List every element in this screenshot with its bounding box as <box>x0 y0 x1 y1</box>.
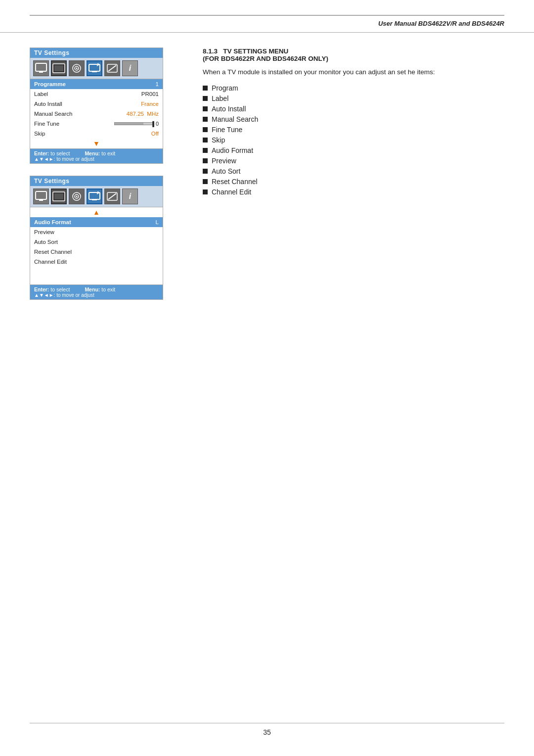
item-label: Preview <box>212 157 236 165</box>
programme-value: 1 <box>156 81 159 87</box>
audio-format-value: L <box>156 219 159 225</box>
bullet-icon <box>203 117 208 122</box>
auto-sort-row: Auto Sort <box>30 237 163 247</box>
channel-edit-label: Channel Edit <box>34 259 67 265</box>
tv-menu-box-2: TV Settings <box>30 176 163 300</box>
item-label: Label <box>212 94 228 102</box>
fine-tune-label: Fine Tune <box>34 121 59 127</box>
items-list: Program Label Auto Install Manual Search… <box>203 84 504 196</box>
reset-channel-row: Reset Channel <box>30 247 163 257</box>
list-item: Preview <box>203 157 504 165</box>
bullet-icon <box>203 96 208 101</box>
list-item: Channel Edit <box>203 188 504 196</box>
item-label: Program <box>212 84 238 92</box>
footer-enter-label: Enter: to select <box>34 150 70 156</box>
skip-icon-2[interactable] <box>104 189 120 204</box>
list-item: Label <box>203 94 504 102</box>
bullet-icon <box>203 106 208 111</box>
programme-row: Programme 1 <box>30 79 163 89</box>
section-heading: 8.1.3 TV SETTINGS MENU (FOR BDS4622R AND… <box>203 47 504 62</box>
sound-icon[interactable] <box>69 60 85 76</box>
tv-menu-footer-1: Enter: to select Menu: to exit ▲▼◄►: to … <box>30 149 163 163</box>
section-subtitle: (FOR BDS4622R AND BDS4624R ONLY) <box>203 55 328 62</box>
info-icon-2[interactable]: i <box>122 189 138 204</box>
list-item: Reset Channel <box>203 178 504 186</box>
svg-rect-15 <box>36 191 46 199</box>
list-item: Skip <box>203 136 504 144</box>
bullet-icon <box>203 158 208 163</box>
tv-menu-footer-2: Enter: to select Menu: to exit ▲▼◄►: to … <box>30 285 163 299</box>
footer-nav-1: ▲▼◄►: to move or adjust <box>34 156 159 162</box>
left-column: TV Settings <box>30 47 183 300</box>
svg-line-13 <box>108 65 116 71</box>
tv-active-icon-2[interactable] <box>87 189 102 204</box>
footer-menu-label-2: Menu: to exit <box>85 286 115 292</box>
preview-row: Preview <box>30 227 163 237</box>
manual-search-label: Manual Search <box>34 111 72 117</box>
skip-value: Off <box>151 131 159 137</box>
fine-tune-value: ▐ 0 <box>114 121 159 127</box>
list-item: Fine Tune <box>203 126 504 134</box>
tv-menu-items-2: Audio Format L Preview Auto Sort Reset C… <box>30 217 163 284</box>
picture-icon[interactable] <box>51 60 67 76</box>
page-header: User Manual BDS4622V/R and BDS4624R <box>0 16 534 33</box>
skip-icon[interactable] <box>104 60 120 76</box>
item-label: Audio Format <box>212 146 253 154</box>
tv-active-icon[interactable] <box>87 60 102 76</box>
footer-nav-2: ▲▼◄►: to move or adjust <box>34 292 159 298</box>
tv-menu-box-1: TV Settings <box>30 47 163 164</box>
footer-line1-2: Enter: to select Menu: to exit <box>34 286 159 292</box>
manual-search-value: 487.25 MHz <box>127 111 159 117</box>
item-label: Skip <box>212 136 225 144</box>
skip-row: Skip Off <box>30 129 163 139</box>
auto-sort-label: Auto Sort <box>34 239 58 245</box>
svg-point-22 <box>76 196 78 197</box>
monitor-icon-2[interactable] <box>33 189 49 204</box>
bullet-icon <box>203 148 208 153</box>
sound-icon-2[interactable] <box>69 189 85 204</box>
monitor-icon[interactable] <box>33 60 49 76</box>
bullet-icon <box>203 127 208 132</box>
svg-rect-1 <box>39 72 43 73</box>
info-icon[interactable]: i <box>122 60 138 76</box>
skip-label: Skip <box>34 131 45 137</box>
svg-rect-16 <box>39 200 43 201</box>
tv-menu-icons-2: i <box>30 186 163 207</box>
header-title: User Manual BDS4622V/R and BDS4624R <box>378 20 504 27</box>
tv-menu-title-1: TV Settings <box>30 48 163 58</box>
tv-menu-icons-1: i <box>30 58 163 79</box>
bullet-icon <box>203 179 208 184</box>
label-label: Label <box>34 91 48 97</box>
footer-enter-label-2: Enter: to select <box>34 286 70 292</box>
svg-point-7 <box>76 68 78 69</box>
footer-line1: Enter: to select Menu: to exit <box>34 150 159 156</box>
svg-rect-19 <box>54 193 63 199</box>
label-value: PR001 <box>141 91 159 97</box>
auto-install-row: Auto Install France <box>30 99 163 109</box>
programme-label: Programme <box>34 81 66 87</box>
bullet-icon <box>203 189 208 194</box>
scroll-up-arrow: ▲ <box>30 207 163 217</box>
svg-rect-0 <box>36 63 46 71</box>
footer-rule <box>30 723 504 723</box>
item-label: Auto Sort <box>212 167 240 175</box>
tv-menu-title-2: TV Settings <box>30 176 163 186</box>
bullet-icon <box>203 138 208 142</box>
section-description: When a TV module is installed on your mo… <box>203 67 504 77</box>
bullet-icon <box>203 169 208 174</box>
right-column: 8.1.3 TV SETTINGS MENU (FOR BDS4622R AND… <box>198 47 504 300</box>
svg-line-28 <box>108 193 116 199</box>
item-label: Manual Search <box>212 115 258 123</box>
list-item: Auto Install <box>203 105 504 113</box>
audio-format-label: Audio Format <box>34 219 71 225</box>
reset-channel-label: Reset Channel <box>34 249 72 255</box>
picture-icon-2[interactable] <box>51 189 67 204</box>
footer-menu-label: Menu: to exit <box>85 150 115 156</box>
section-title: TV SETTINGS MENU <box>223 47 288 55</box>
fine-tune-row: Fine Tune ▐ 0 <box>30 119 163 129</box>
section-number: 8.1.3 <box>203 47 218 55</box>
scroll-down-arrow: ▼ <box>30 139 163 148</box>
spacer-row-2 <box>30 279 163 284</box>
list-item: Audio Format <box>203 146 504 154</box>
label-row: Label PR001 <box>30 89 163 99</box>
